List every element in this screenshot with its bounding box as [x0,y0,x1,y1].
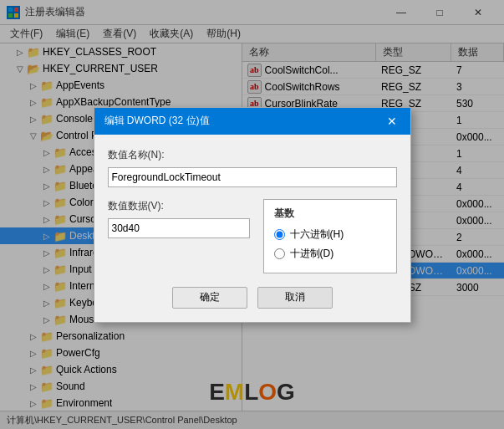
dialog-row: 数值数据(V): 基数 十六进制(H) 十进制(D) [108,199,397,273]
radio-dec-input[interactable] [274,248,285,259]
dialog-close-button[interactable]: ✕ [384,113,400,130]
radio-hex-input[interactable] [274,229,285,240]
dialog-body: 数值名称(N): 数值数据(V): 基数 十六进制(H) 十进制(D) [94,135,410,322]
dialog-confirm-button[interactable]: 确定 [172,287,247,309]
radio-hex[interactable]: 十六进制(H) [274,227,386,242]
dialog-value-section: 数值数据(V): [108,199,250,250]
dialog-title: 编辑 DWORD (32 位)值 [104,114,210,128]
dialog-value-label: 数值数据(V): [108,199,250,213]
dialog-name-label: 数值名称(N): [108,148,397,162]
radio-dec[interactable]: 十进制(D) [274,247,386,261]
dialog-radix-title: 基数 [274,207,386,221]
dialog-buttons: 确定 取消 [108,287,397,309]
dialog-value-input[interactable] [108,218,250,238]
radio-dec-label: 十进制(D) [290,247,334,261]
dword-dialog: 编辑 DWORD (32 位)值 ✕ 数值名称(N): 数值数据(V): 基数 … [94,107,411,323]
dialog-overlay: 编辑 DWORD (32 位)值 ✕ 数值名称(N): 数值数据(V): 基数 … [0,0,504,429]
dialog-title-bar: 编辑 DWORD (32 位)值 ✕ [94,108,410,135]
radio-hex-label: 十六进制(H) [290,227,344,242]
dialog-radix-section: 基数 十六进制(H) 十进制(D) [263,199,397,273]
dialog-cancel-button[interactable]: 取消 [257,287,333,309]
dialog-name-input[interactable] [108,167,397,187]
